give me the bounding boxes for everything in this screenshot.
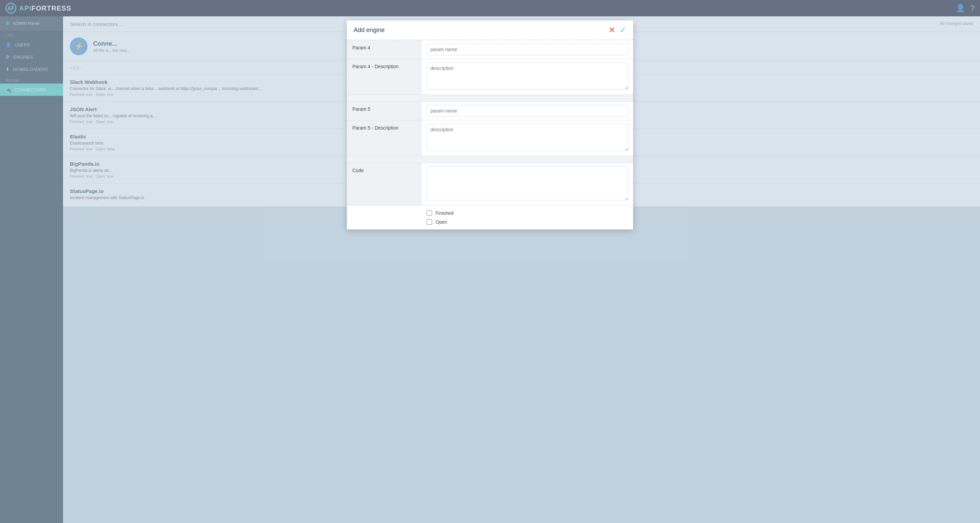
modal-overlay: Add engine ✕ ✓ Param 4 Param 4 - Descrip… [0,0,980,523]
param4-desc-label: Param 4 - Description [347,59,422,94]
param4-input[interactable] [426,44,628,55]
modal-header: Add engine ✕ ✓ [347,21,633,40]
finished-label[interactable]: Finished [436,210,453,216]
section-spacer-2 [347,156,633,163]
modal-body: Param 4 Param 4 - Description Param 5 [347,40,633,230]
modal-header-actions: ✕ ✓ [609,26,626,34]
section-spacer [347,95,633,102]
code-textarea[interactable] [426,166,628,201]
param4-desc-textarea[interactable] [426,62,628,90]
code-input-cell [422,163,633,205]
open-checkbox-row: Open [426,219,626,225]
param4-desc-row: Param 4 - Description [347,59,633,95]
modal-close-button[interactable]: ✕ [609,26,616,34]
param4-row: Param 4 [347,40,633,59]
param5-desc-input-cell [422,120,633,156]
param4-label: Param 4 [347,40,422,59]
add-engine-modal: Add engine ✕ ✓ Param 4 Param 4 - Descrip… [347,21,633,230]
finished-checkbox[interactable] [426,210,432,216]
param4-input-cell [422,40,633,59]
param5-input[interactable] [426,105,628,116]
param4-desc-input-cell [422,59,633,94]
open-label[interactable]: Open [436,219,447,225]
code-row: Code [347,163,633,206]
param5-input-cell [422,102,633,120]
checkbox-area: Finished Open [347,206,633,230]
open-checkbox[interactable] [426,219,432,225]
param5-row: Param 5 [347,102,633,120]
modal-confirm-button[interactable]: ✓ [619,26,626,34]
param5-desc-textarea[interactable] [426,124,628,151]
modal-title: Add engine [354,27,385,34]
param5-desc-label: Param 5 - Description [347,120,422,156]
param5-desc-row: Param 5 - Description [347,120,633,156]
code-label: Code [347,163,422,205]
finished-checkbox-row: Finished [426,210,626,216]
param5-label: Param 5 [347,102,422,120]
